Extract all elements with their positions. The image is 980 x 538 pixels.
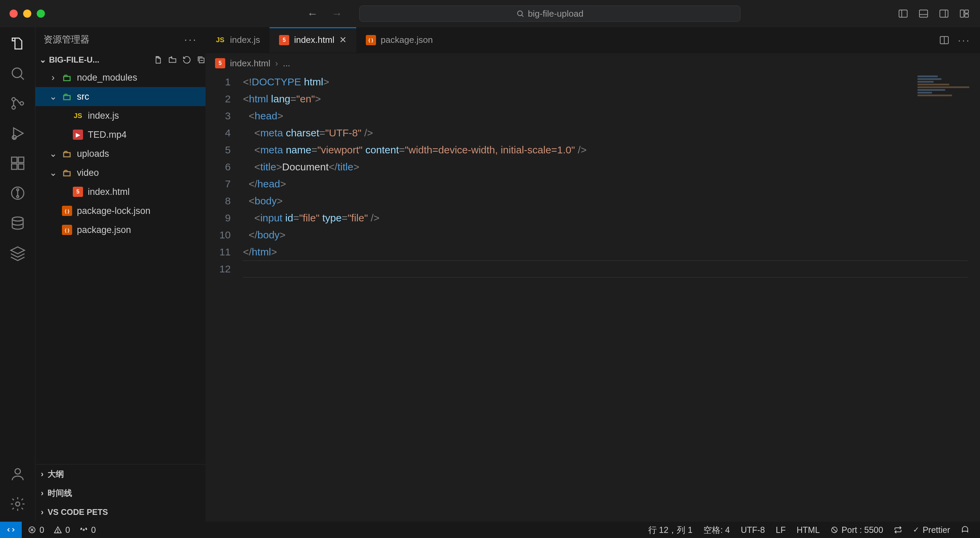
nav-forward-icon[interactable]: →	[331, 8, 342, 20]
split-editor-icon[interactable]	[939, 35, 950, 46]
tab-label: index.js	[230, 35, 260, 45]
refresh-icon[interactable]	[182, 56, 191, 64]
sidebar-more-icon[interactable]: ···	[184, 33, 197, 46]
layers-icon[interactable]	[10, 245, 26, 261]
ports-status[interactable]: 0	[80, 525, 96, 535]
problems-warnings[interactable]: 0	[54, 525, 70, 535]
editor-tab[interactable]: 5index.html✕	[269, 27, 356, 53]
svg-rect-4	[920, 10, 928, 17]
explorer-sidebar: 资源管理器 ··· ⌄ BIG-FILE-U... ›🗀node_modules…	[35, 27, 205, 522]
minimize-window-icon[interactable]	[23, 10, 31, 18]
language-status[interactable]: HTML	[797, 525, 820, 535]
ports-count: 0	[91, 525, 96, 535]
database-icon[interactable]	[10, 215, 26, 231]
svg-rect-10	[965, 14, 969, 17]
svg-point-23	[17, 189, 19, 191]
chevron-icon: ›	[49, 73, 57, 83]
sidebar-section[interactable]: ›时间线	[35, 484, 205, 503]
command-center[interactable]: big-file-upload	[360, 5, 740, 22]
svg-rect-6	[940, 10, 948, 17]
chevron-icon: ⌄	[49, 167, 57, 178]
search-activity-icon[interactable]	[10, 65, 26, 82]
cursor-position[interactable]: 行 12，列 1	[648, 524, 693, 536]
indent-status[interactable]: 空格: 4	[703, 524, 730, 536]
editor-area: JSindex.js5index.html✕{ }package.json ··…	[205, 27, 980, 522]
editor-tabs: JSindex.js5index.html✕{ }package.json ··…	[205, 27, 980, 53]
editor-tab[interactable]: JSindex.js	[205, 27, 269, 53]
tree-file[interactable]: 5index.html	[35, 182, 205, 202]
svg-rect-20	[18, 164, 24, 169]
tree-label: node_modules	[77, 73, 137, 83]
tree-file[interactable]: { }package-lock.json	[35, 202, 205, 221]
eol-status[interactable]: LF	[776, 525, 786, 535]
close-window-icon[interactable]	[10, 10, 18, 18]
tree-label: TED.mp4	[88, 130, 127, 140]
tab-more-icon[interactable]: ···	[958, 34, 970, 46]
tree-folder[interactable]: ⌄🗀uploads	[35, 144, 205, 163]
tree-label: uploads	[77, 149, 109, 159]
sidebar-sections: ›大纲›时间线›VS CODE PETS	[35, 464, 205, 522]
settings-gear-icon[interactable]	[10, 496, 26, 512]
new-file-icon[interactable]	[154, 56, 163, 64]
search-text: big-file-upload	[528, 8, 583, 19]
svg-point-43	[83, 529, 84, 530]
error-count: 0	[40, 525, 44, 535]
run-debug-icon[interactable]	[10, 125, 26, 141]
explorer-icon[interactable]	[10, 35, 26, 52]
section-label: 大纲	[48, 469, 64, 479]
svg-point-26	[12, 217, 23, 221]
tree-file[interactable]: JSindex.js	[35, 106, 205, 125]
source-control-icon[interactable]	[10, 95, 26, 111]
tab-label: index.html	[294, 35, 334, 45]
tree-label: src	[77, 92, 89, 102]
nav-back-icon[interactable]: ←	[307, 8, 318, 20]
panel-bottom-icon[interactable]	[918, 8, 929, 19]
html-file-icon: 5	[215, 58, 225, 68]
svg-rect-19	[11, 164, 17, 169]
code-editor[interactable]: 123456789101112 <!DOCTYPE html><html lan…	[205, 73, 980, 522]
svg-point-11	[12, 68, 22, 78]
git-graph-icon[interactable]	[10, 185, 26, 202]
svg-rect-9	[965, 10, 969, 13]
activity-bar	[0, 27, 35, 522]
encoding-status[interactable]: UTF-8	[741, 525, 765, 535]
project-header[interactable]: ⌄ BIG-FILE-U...	[35, 52, 205, 68]
chevron-right-icon: ›	[41, 508, 43, 517]
sidebar-header: 资源管理器 ···	[35, 27, 205, 52]
tree-folder[interactable]: ⌄🗀src	[35, 87, 205, 106]
tree-folder[interactable]: ›🗀node_modules	[35, 68, 205, 87]
panel-left-icon[interactable]	[898, 8, 908, 19]
prettier-status[interactable]: ✓Prettier	[913, 525, 950, 535]
chevron-icon: ⌄	[49, 91, 57, 102]
account-icon[interactable]	[10, 466, 26, 482]
extensions-icon[interactable]	[10, 155, 26, 171]
minimap[interactable]	[917, 76, 975, 96]
sidebar-title: 资源管理器	[43, 33, 89, 46]
tree-file[interactable]: { }package.json	[35, 221, 205, 240]
tree-folder[interactable]: ⌄🗀video	[35, 163, 205, 182]
maximize-window-icon[interactable]	[37, 10, 45, 18]
chevron-down-icon: ⌄	[40, 55, 46, 65]
live-server-status[interactable]: Port : 5500	[830, 525, 883, 535]
svg-point-28	[15, 469, 21, 474]
notifications-icon[interactable]	[961, 526, 969, 534]
sidebar-section[interactable]: ›大纲	[35, 465, 205, 484]
new-folder-icon[interactable]	[168, 56, 177, 64]
svg-point-13	[12, 98, 15, 101]
sidebar-section[interactable]: ›VS CODE PETS	[35, 503, 205, 522]
customize-layout-icon[interactable]	[959, 8, 970, 19]
git-sync-icon[interactable]	[894, 526, 902, 534]
collapse-all-icon[interactable]	[197, 56, 205, 64]
close-tab-icon[interactable]: ✕	[339, 35, 347, 45]
project-name: BIG-FILE-U...	[49, 55, 99, 65]
code-content[interactable]: <!DOCTYPE html><html lang="en"> <head> <…	[243, 73, 980, 522]
tree-label: video	[77, 168, 99, 178]
remote-indicator[interactable]	[0, 522, 22, 538]
breadcrumb[interactable]: 5 index.html › ...	[205, 53, 980, 73]
svg-line-12	[21, 76, 24, 79]
panel-right-icon[interactable]	[939, 8, 950, 19]
tree-file[interactable]: ▶TED.mp4	[35, 125, 205, 144]
problems-errors[interactable]: 0	[28, 525, 44, 535]
editor-tab[interactable]: { }package.json	[356, 27, 442, 53]
layout-controls	[898, 8, 970, 19]
